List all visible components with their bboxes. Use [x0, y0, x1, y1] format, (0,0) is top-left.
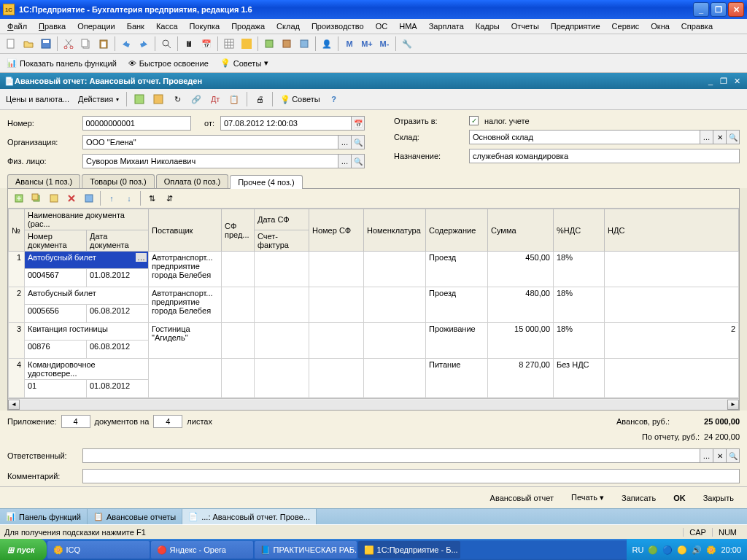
- col-vat[interactable]: %НДС: [554, 209, 605, 252]
- sklad-select-button[interactable]: …: [700, 130, 713, 144]
- tab-other[interactable]: Прочее (4 поз.): [230, 175, 302, 189]
- table-row[interactable]: 3 Квитанция гостиницы Гостиница "Агидель…: [9, 323, 739, 341]
- sort-desc-icon[interactable]: ⇵: [161, 190, 177, 206]
- print-button[interactable]: Печать ▾: [565, 491, 610, 504]
- task-opera[interactable]: 🔴 Яндекс - Opera: [151, 541, 253, 559]
- tray-icon-4[interactable]: 🔊: [692, 545, 702, 555]
- copy-row-icon[interactable]: [28, 190, 44, 206]
- basis-icon[interactable]: 📋: [226, 91, 242, 107]
- sw-avans-reports[interactable]: 📋 Авансовые отчеты: [88, 509, 182, 524]
- ok-button[interactable]: OK: [667, 492, 692, 504]
- org-lookup-button[interactable]: 🔍: [352, 135, 365, 149]
- menu-operations[interactable]: Операции: [73, 20, 119, 32]
- attach-docs-input[interactable]: [61, 415, 90, 428]
- task-icq[interactable]: 🌼 ICQ: [47, 541, 150, 559]
- structure-icon[interactable]: 🔗: [188, 91, 204, 107]
- sw-current-doc[interactable]: 📄 ...: Авансовый отчет. Прове...: [182, 509, 317, 524]
- clock[interactable]: 20:00: [721, 545, 741, 554]
- menu-reports[interactable]: Отчеты: [507, 20, 543, 32]
- save-button[interactable]: Записать: [616, 492, 662, 504]
- col-nds[interactable]: НДС: [605, 209, 739, 252]
- menu-edit[interactable]: Правка: [34, 20, 70, 32]
- start-button[interactable]: ⊞пуск: [0, 539, 47, 560]
- new-icon[interactable]: [3, 36, 19, 52]
- print-icon[interactable]: 🖨: [252, 91, 268, 107]
- m-minus-button[interactable]: М-: [376, 36, 392, 52]
- doc-minimize[interactable]: _: [705, 75, 716, 87]
- 1c-icon[interactable]: [239, 36, 255, 52]
- naz-input[interactable]: служебная командировка: [469, 149, 740, 163]
- user-icon[interactable]: 👤: [319, 36, 335, 52]
- tray-icon-5[interactable]: 🌼: [706, 545, 716, 555]
- resp-clear-button[interactable]: ✕: [713, 448, 727, 463]
- org-select-button[interactable]: …: [338, 135, 352, 149]
- comment-input[interactable]: [82, 469, 740, 483]
- table-row[interactable]: 4 Командировочное удостовере... Питание …: [9, 359, 739, 380]
- menu-warehouse[interactable]: Склад: [272, 20, 304, 32]
- reflect-checkbox[interactable]: ✓: [469, 116, 479, 125]
- refresh-icon[interactable]: ↻: [169, 91, 185, 107]
- add-row-icon[interactable]: [11, 190, 27, 206]
- scroll-left[interactable]: ◄: [8, 400, 20, 410]
- sw-panel-funcs[interactable]: 📊 Панель функций: [0, 509, 88, 524]
- system-tray[interactable]: RU 🟢 🔵 🟡 🔊 🌼 20:00: [627, 539, 747, 560]
- m-plus-button[interactable]: М+: [359, 36, 375, 52]
- tab-avans[interactable]: Авансы (1 поз.): [7, 174, 80, 188]
- menu-help[interactable]: Справка: [677, 20, 717, 32]
- move-up-icon[interactable]: ↑: [104, 190, 120, 206]
- col-name[interactable]: Наименование документа (рас...: [25, 209, 149, 230]
- calendar-icon[interactable]: 📅: [198, 36, 214, 52]
- menu-sale[interactable]: Продажа: [227, 20, 269, 32]
- movement-icon[interactable]: Дт: [207, 91, 223, 107]
- journal-icon[interactable]: [261, 36, 277, 52]
- redo-icon[interactable]: [136, 36, 152, 52]
- copy-icon[interactable]: [78, 36, 94, 52]
- move-down-icon[interactable]: ↓: [121, 190, 137, 206]
- person-lookup-button[interactable]: 🔍: [352, 154, 365, 168]
- unpost-icon[interactable]: [150, 91, 166, 107]
- end-row-icon[interactable]: [81, 190, 97, 206]
- sort-asc-icon[interactable]: ⇅: [144, 190, 160, 206]
- col-num[interactable]: №: [9, 209, 25, 252]
- person-input[interactable]: Суворов Михаил Николаевич: [82, 154, 338, 168]
- tray-icon-1[interactable]: 🟢: [648, 545, 658, 555]
- menu-file[interactable]: Файл: [3, 20, 31, 32]
- close-button[interactable]: ✕: [728, 2, 744, 17]
- tips-button[interactable]: 💡Советы ▾: [217, 56, 272, 70]
- resp-select-button[interactable]: …: [700, 448, 713, 463]
- doc-tips[interactable]: 💡 Советы: [277, 93, 322, 106]
- minimize-button[interactable]: _: [693, 2, 709, 17]
- table-row[interactable]: 1 Автобусный билет Автотранспорт... пред…: [9, 252, 739, 269]
- report-icon[interactable]: [279, 36, 295, 52]
- menu-purchase[interactable]: Покупка: [185, 20, 225, 32]
- post-icon[interactable]: [131, 91, 147, 107]
- tab-goods[interactable]: Товары (0 поз.): [82, 174, 154, 188]
- sklad-lookup-button[interactable]: 🔍: [727, 130, 740, 144]
- tools-icon[interactable]: 🔧: [399, 36, 415, 52]
- sklad-clear-button[interactable]: ✕: [713, 130, 727, 144]
- expenses-grid[interactable]: № Наименование документа (рас... Поставщ…: [8, 209, 739, 398]
- edit-row-icon[interactable]: [46, 190, 62, 206]
- maximize-button[interactable]: ❐: [711, 2, 727, 17]
- col-supplier[interactable]: Поставщик: [149, 209, 222, 252]
- close-doc-button[interactable]: Закрыть: [697, 492, 740, 504]
- resp-input[interactable]: [82, 448, 700, 463]
- menu-nma[interactable]: НМА: [395, 20, 421, 32]
- avrep-button[interactable]: Авансовый отчет: [484, 492, 560, 504]
- menu-kassa[interactable]: Касса: [152, 20, 182, 32]
- prices-action[interactable]: Цены и валюта...: [3, 93, 72, 105]
- save-icon[interactable]: [38, 36, 54, 52]
- col-num-sf[interactable]: Номер СФ: [309, 209, 364, 252]
- col-sf-pred[interactable]: СФ пред...: [222, 209, 255, 252]
- fast-learn-button[interactable]: 👁Быстрое освоение: [125, 57, 212, 70]
- tray-icon-2[interactable]: 🔵: [662, 545, 673, 555]
- menu-production[interactable]: Производство: [307, 20, 368, 32]
- col-date-sf[interactable]: Дата СФ: [255, 209, 309, 230]
- menu-salary[interactable]: Зарплата: [425, 20, 468, 32]
- task-word[interactable]: 📘 ПРАКТИЧЕСКАЯ РАБ...: [255, 541, 357, 559]
- date-input[interactable]: 07.08.2012 12:00:03: [220, 116, 352, 131]
- resp-lookup-button[interactable]: 🔍: [727, 448, 740, 463]
- menu-os[interactable]: ОС: [371, 20, 392, 32]
- org-input[interactable]: ООО "Елена": [82, 135, 338, 149]
- calc-icon[interactable]: 🖩: [181, 36, 197, 52]
